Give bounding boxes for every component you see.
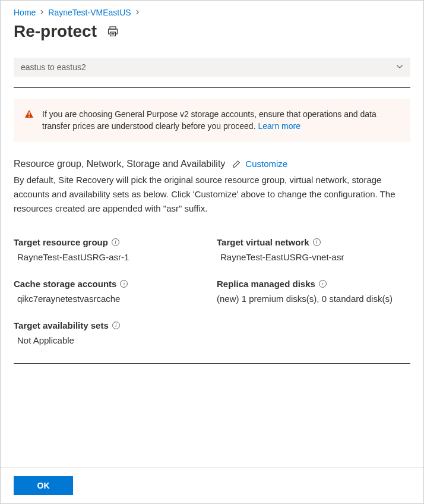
field-value: qikc7eraynetestvasrcache — [14, 294, 207, 304]
info-icon[interactable]: i — [319, 280, 327, 288]
info-icon[interactable]: i — [120, 280, 128, 288]
ok-button[interactable]: OK — [14, 476, 73, 495]
field-value: RayneTest-EastUSRG-vnet-asr — [217, 252, 410, 262]
field-cache-storage-accounts: Cache storage accounts i qikc7eraynetest… — [14, 279, 207, 304]
warning-icon — [24, 109, 34, 119]
info-icon[interactable]: i — [112, 238, 119, 246]
field-target-virtual-network: Target virtual network i RayneTest-EastU… — [217, 237, 410, 262]
field-target-resource-group: Target resource group i RayneTest-EastUS… — [14, 237, 207, 262]
field-target-availability-sets: Target availability sets i Not Applicabl… — [14, 320, 207, 345]
field-label: Cache storage accounts — [14, 279, 116, 289]
page-title-row: Re-protect — [14, 22, 410, 41]
chevron-down-icon — [396, 62, 403, 72]
field-label: Target resource group — [14, 237, 108, 247]
field-value: RayneTest-EastUSRG-asr-1 — [14, 252, 207, 262]
section-description: By default, Site Recovery will pick the … — [14, 173, 410, 216]
svg-rect-5 — [29, 112, 30, 115]
field-label: Target availability sets — [14, 320, 109, 330]
info-icon[interactable]: i — [313, 238, 321, 246]
breadcrumb-vm[interactable]: RayneTest-VMEastUS — [48, 8, 131, 17]
divider — [14, 87, 410, 88]
page-title: Re-protect — [14, 22, 97, 41]
field-replica-managed-disks: Replica managed disks i (new) 1 premium … — [217, 279, 410, 304]
learn-more-link[interactable]: Learn more — [258, 121, 300, 131]
svg-rect-6 — [29, 116, 30, 117]
chevron-right-icon — [135, 8, 140, 17]
field-value: (new) 1 premium disks(s), 0 standard dis… — [217, 294, 410, 304]
field-label: Target virtual network — [217, 237, 309, 247]
divider — [14, 363, 410, 364]
footer: OK — [1, 467, 423, 503]
chevron-right-icon — [39, 8, 45, 17]
section-header: Resource group, Network, Storage and Ava… — [14, 159, 410, 169]
field-value: Not Applicable — [14, 335, 207, 345]
fields-grid: Target resource group i RayneTest-EastUS… — [14, 237, 410, 345]
breadcrumb: Home RayneTest-VMEastUS — [14, 8, 410, 17]
warning-text: If you are choosing General Purpose v2 s… — [42, 108, 400, 133]
svg-rect-2 — [110, 32, 116, 36]
customize-link[interactable]: Customize — [245, 159, 287, 169]
dropdown-selected: eastus to eastus2 — [21, 62, 86, 72]
section-title: Resource group, Network, Storage and Ava… — [14, 159, 225, 169]
warning-banner: If you are choosing General Purpose v2 s… — [14, 99, 410, 142]
field-label: Replica managed disks — [217, 279, 315, 289]
print-icon[interactable] — [107, 26, 118, 37]
breadcrumb-home[interactable]: Home — [14, 8, 36, 17]
direction-dropdown[interactable]: eastus to eastus2 — [14, 58, 410, 77]
info-icon[interactable]: i — [112, 322, 120, 329]
pencil-icon — [232, 160, 241, 168]
